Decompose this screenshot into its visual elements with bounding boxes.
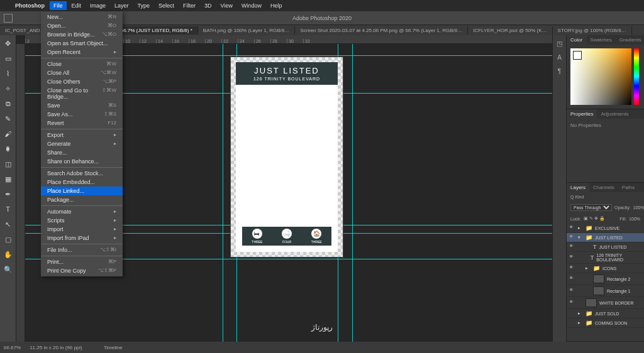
zoom-readout[interactable]: 66.67% (4, 345, 21, 350)
tab-properties[interactable]: Properties (567, 109, 597, 119)
menuitem-revert[interactable]: RevertF12 (41, 119, 123, 128)
menuitem-open-recent[interactable]: Open Recent▸ (41, 48, 123, 57)
foreground-swatch[interactable] (573, 51, 582, 60)
menuitem-generate[interactable]: Generate▸ (41, 139, 123, 148)
visibility-icon[interactable]: 👁 (569, 265, 575, 271)
menuitem-export[interactable]: Export▸ (41, 131, 123, 139)
menuitem-close-all[interactable]: Close All⌥⌘W (41, 68, 123, 77)
tab-color[interactable]: Color (567, 35, 586, 45)
ruler-vertical[interactable] (16, 44, 25, 342)
menu-select[interactable]: Select (155, 1, 178, 10)
guide-v[interactable] (223, 44, 223, 342)
paragraph-icon[interactable]: ¶ (555, 67, 564, 75)
stamp-tool[interactable]: ⧯ (3, 143, 14, 155)
menuitem-open[interactable]: Open...⌘O (41, 21, 123, 30)
app-name[interactable]: Photoshop (11, 1, 48, 10)
hue-slider[interactable] (634, 48, 639, 105)
menu-help[interactable]: Help (267, 1, 286, 10)
blend-mode-select[interactable]: Pass Through (570, 204, 612, 211)
menuitem-save[interactable]: Save⌘S (41, 101, 123, 110)
pen-tool[interactable]: ✒ (3, 188, 14, 200)
artboard[interactable]: JUST LISTED 126 TRINITY BOULEVARD 🛏THREE… (230, 57, 343, 258)
move-tool[interactable]: ✥ (3, 38, 14, 49)
menu-type[interactable]: Type (134, 1, 154, 10)
menuitem-close-and-go-to-bridge[interactable]: Close and Go to Bridge...⇧⌘W (41, 86, 123, 101)
tab-swatches[interactable]: Swatches (586, 35, 616, 45)
visibility-icon[interactable]: 👁 (569, 234, 575, 241)
menuitem-place-linked[interactable]: Place Linked... (41, 187, 123, 195)
home-button[interactable] (4, 14, 13, 23)
menuitem-print[interactable]: Print...⌘P (41, 258, 123, 266)
tab-adjustments[interactable]: Adjustments (597, 109, 632, 119)
guide-v[interactable] (352, 44, 353, 342)
menuitem-browse-in-bridge[interactable]: Browse in Bridge...⌥⌘O (41, 30, 123, 39)
doc-tab[interactable]: ICFLYER_HOR.psd @ 50% (K… (468, 26, 552, 35)
menuitem-close[interactable]: Close⌘W (41, 60, 123, 68)
visibility-icon[interactable]: 👁 (569, 254, 574, 261)
character-icon[interactable]: A (555, 53, 564, 62)
menuitem-automate[interactable]: Automate▸ (41, 207, 123, 216)
visibility-icon[interactable] (569, 310, 575, 317)
doc-tab[interactable]: Screen Shot 2020-03-07 at 4.25.06 PM.png… (295, 26, 468, 35)
doc-tab[interactable]: BATH.png @ 100% (Layer 1, RGB/8… (198, 26, 295, 35)
visibility-icon[interactable] (569, 320, 575, 326)
crop-tool[interactable]: ⧉ (3, 98, 14, 109)
menu-window[interactable]: Window (238, 1, 265, 10)
layer-row[interactable]: 👁T126 TRINITY BOULEVARD (567, 252, 644, 264)
visibility-icon[interactable]: 👁 (569, 244, 575, 250)
menuitem-import-from-ipad[interactable]: Import from iPad▸ (41, 234, 123, 242)
menu-view[interactable]: View (217, 1, 236, 10)
brush-tool[interactable]: 🖌 (3, 128, 14, 139)
layer-row[interactable]: 👁Rectangle 1 (567, 285, 644, 297)
fill-value[interactable]: 100% (629, 217, 640, 221)
eraser-tool[interactable]: ◫ (3, 158, 14, 170)
doc-tab[interactable]: STORY.jpg @ 100% (RGB/8… (553, 26, 632, 35)
gradient-tool[interactable]: ▦ (3, 173, 14, 185)
path-tool[interactable]: ↖ (3, 219, 14, 230)
wand-tool[interactable]: ✧ (3, 83, 14, 94)
eyedropper-tool[interactable]: ✎ (3, 113, 14, 124)
menuitem-place-embedded[interactable]: Place Embedded... (41, 178, 123, 187)
marquee-tool[interactable]: ▭ (3, 53, 14, 64)
layer-row[interactable]: 👁▾📁JUST LISTED (567, 233, 644, 242)
layer-row[interactable]: 👁WHITE BORDER (567, 297, 644, 309)
menuitem-scripts[interactable]: Scripts▸ (41, 216, 123, 225)
menu-filter[interactable]: Filter (179, 1, 199, 10)
layer-row[interactable]: 👁▸📁ICONS (567, 264, 644, 273)
menuitem-import[interactable]: Import▸ (41, 225, 123, 234)
history-icon[interactable]: ◳ (555, 39, 564, 48)
layer-row[interactable]: ▸📁JUST SOLD (567, 309, 644, 318)
menuitem-search-adobe-stock[interactable]: Search Adobe Stock... (41, 169, 123, 178)
tab-gradients[interactable]: Gradients (616, 35, 644, 45)
opacity-value[interactable]: 100% (633, 205, 644, 210)
menuitem-file-info[interactable]: File Info...⌥⇧⌘I (41, 246, 123, 254)
menu-layer[interactable]: Layer (111, 1, 133, 10)
menuitem-save-as[interactable]: Save As...⇧⌘S (41, 110, 123, 119)
menuitem-share-on-behance[interactable]: Share on Behance... (41, 157, 123, 166)
menuitem-new[interactable]: New...⌘N (41, 13, 123, 21)
menu-3d[interactable]: 3D (201, 1, 216, 10)
visibility-icon[interactable]: 👁 (569, 288, 575, 294)
menuitem-open-as-smart-object[interactable]: Open as Smart Object... (41, 39, 123, 48)
layer-row[interactable]: ▸📁COMING SOON (567, 318, 644, 328)
menuitem-print-one-copy[interactable]: Print One Copy⌥⇧⌘P (41, 266, 123, 275)
color-picker[interactable] (570, 48, 631, 105)
layer-row[interactable]: 👁TJUST LISTED (567, 242, 644, 252)
menuitem-package[interactable]: Package... (41, 195, 123, 204)
menu-edit[interactable]: Edit (68, 1, 86, 10)
timeline-toggle[interactable]: Timeline (104, 345, 123, 350)
zoom-tool[interactable]: 🔍 (3, 264, 14, 275)
layer-row[interactable]: 👁▸📁EXCLUSIVE (567, 224, 644, 233)
tab-layers[interactable]: Layers (567, 183, 589, 192)
menuitem-close-others[interactable]: Close Others⌥⌘P (41, 77, 123, 86)
tab-paths[interactable]: Paths (618, 183, 638, 192)
visibility-icon[interactable]: 👁 (569, 276, 575, 282)
visibility-icon[interactable]: 👁 (569, 300, 575, 306)
menu-image[interactable]: Image (86, 1, 109, 10)
menuitem-share[interactable]: Share... (41, 148, 123, 157)
hand-tool[interactable]: ✋ (3, 249, 14, 260)
lasso-tool[interactable]: ⌇ (3, 68, 14, 79)
type-tool[interactable]: T (3, 204, 14, 215)
layer-row[interactable]: 👁Rectangle 2 (567, 273, 644, 285)
visibility-icon[interactable]: 👁 (569, 225, 575, 231)
